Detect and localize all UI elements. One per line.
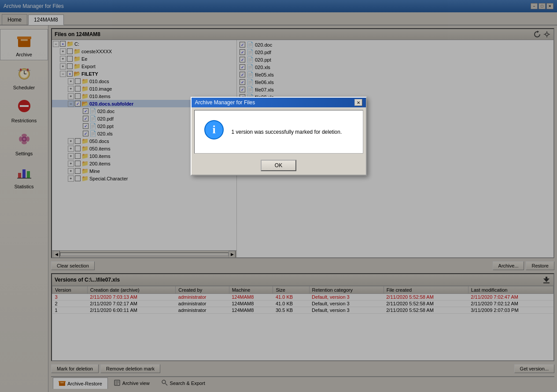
svg-text:i: i — [212, 123, 215, 136]
modal-title: Archive Manager for Files — [195, 99, 255, 106]
modal-title-bar: Archive Manager for Files ✕ — [192, 98, 366, 107]
modal-dialog: Archive Manager for Files ✕ i 1 version … — [191, 97, 367, 176]
modal-content: i 1 version was successfully marked for … — [194, 110, 363, 154]
modal-close-button[interactable]: ✕ — [354, 99, 362, 106]
modal-ok-button[interactable]: OK — [261, 160, 296, 171]
modal-overlay: Archive Manager for Files ✕ i 1 version … — [0, 0, 557, 392]
modal-info-icon: i — [203, 119, 225, 144]
modal-footer: OK — [192, 156, 366, 175]
modal-message: 1 version was successfully marked for de… — [232, 129, 342, 135]
